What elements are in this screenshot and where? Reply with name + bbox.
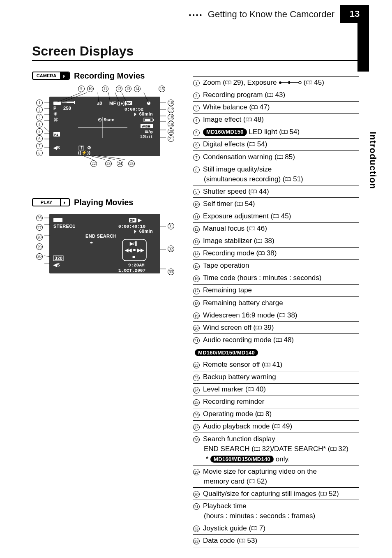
callout-number: 24 [193, 387, 200, 394]
callout-number: 30 [193, 491, 200, 498]
osd-exposure: ±0 [97, 101, 102, 106]
legend-row: 16Time code (hours : minutes : seconds) [193, 272, 359, 285]
callout-number: 21 [168, 135, 174, 142]
callout-number: 29 [193, 469, 200, 475]
callout-number: 10 [87, 86, 94, 92]
callout-number: 16 [168, 100, 174, 106]
playback-screen-mockup: SP SP ▶ STEREO1 0:00:40:10 ⏵ 60min END S… [49, 214, 160, 273]
recording-screen-svg: P 250 ±0 MF ((●)) SP 0:00:52 ⏵ 60min ☀ ⌘… [49, 97, 160, 156]
page-ref-icon [249, 226, 255, 231]
legend-row: 12Manual focus ( 46) [193, 223, 359, 235]
callout-number: 28 [36, 234, 43, 241]
play-mode-badge: PLAY ⏵ [32, 198, 70, 206]
page-ref-icon [285, 177, 291, 182]
model-pill: MD160/MD150 [203, 128, 247, 136]
page-ref-icon [274, 424, 280, 429]
osd-wide-badge: WIDE [142, 125, 151, 128]
playing-movies-heading: Playing Movies [74, 198, 134, 207]
camera-mode-badge: CAMERA ⏵ [32, 72, 70, 80]
callout-number: 18 [168, 114, 174, 120]
svg-rect-0 [53, 102, 61, 105]
svg-rect-2 [62, 102, 67, 103]
svg-rect-14 [53, 218, 62, 222]
callout-number: 9 [78, 86, 85, 92]
legend-row: 1Zoom ( 29), Exposure ( 45) [193, 76, 359, 89]
camera-badge-label: CAMERA [33, 73, 60, 78]
legend-row: 8Still image quality/size [193, 163, 359, 175]
svg-rect-56 [288, 81, 290, 84]
callout-number: 4 [36, 121, 43, 127]
callout-number: 10 [193, 201, 200, 208]
legend-subrow: (hours : minutes : seconds : frames) [193, 512, 359, 522]
osd-sp-badge: SP [126, 101, 131, 105]
legend-row: 4Image effect ( 48) [193, 114, 359, 126]
side-chapter-label: Introduction [367, 132, 378, 189]
header-dots-icon: •••• [189, 12, 203, 19]
page-ref-icon [267, 93, 273, 97]
svg-point-18 [133, 249, 136, 251]
page-header: •••• Getting to Know the Camcorder 13 [0, 5, 392, 23]
callouts-screen1-right: 161718192021 [167, 99, 175, 142]
callout-number: 11 [102, 86, 108, 92]
page-ref-icon [225, 80, 231, 85]
callout-number: 11 [193, 213, 200, 220]
callout-number: 20 [193, 325, 200, 331]
callout-number: 8 [193, 167, 200, 173]
osd-remote-icon: ⇡ [80, 145, 83, 150]
callout-number: 7 [193, 154, 200, 161]
legend-subrow: memory card ( 52) [193, 477, 359, 488]
callout-number: 4 [193, 117, 200, 124]
callout-number: 18 [193, 300, 200, 307]
legend-row: 11Exposure adjustment ( 45) [193, 210, 359, 222]
page-ref-icon [276, 338, 282, 343]
callouts-screen1-left: 12345678 [35, 99, 44, 156]
callout-number: 6 [36, 135, 43, 142]
osd-4s-left: ◀S [53, 145, 60, 150]
legend-row: 31Playback time [193, 500, 359, 512]
svg-point-54 [279, 81, 281, 84]
callout-number: 32 [193, 526, 200, 532]
osd2-end-search: END SEARCH [85, 234, 117, 238]
osd-backup-icon: ⚙ [87, 145, 91, 150]
legend-row: 24Level marker ( 40) [193, 384, 359, 396]
callout-number: 9 [193, 189, 200, 195]
svg-rect-3 [74, 101, 75, 104]
callouts-screen2-right: 313233 [167, 222, 175, 275]
callout-number: 5 [36, 128, 43, 135]
legend-row: 29Movie size for capturing video on the [193, 465, 359, 477]
osd-windscreen-icon: ≋/⌀ [145, 129, 153, 134]
callout-number: 6 [193, 142, 200, 148]
page-ref-icon [264, 362, 270, 367]
legend-row: 3White balance ( 47) [193, 102, 359, 114]
legend-note: * MD160/MD150/MD140 only. [193, 455, 359, 465]
callout-number: 16 [193, 276, 200, 282]
callout-number: 17 [193, 288, 200, 294]
callout-number: 33 [193, 538, 200, 544]
osd-effect-icon: ⌘ [53, 117, 58, 122]
osd-shutter: 250 [63, 106, 71, 111]
legend-row: 10Self timer ( 54) [193, 198, 359, 210]
callout-number: 3 [36, 114, 43, 120]
page-ref-icon [279, 313, 285, 318]
legend-row: 33Data code ( 53) [193, 535, 359, 547]
callout-number: 8 [36, 150, 43, 156]
page-ref-icon [237, 201, 243, 206]
callout-number: 19 [193, 313, 200, 319]
callout-number: 26 [193, 412, 200, 418]
callout-number: 26 [36, 215, 43, 221]
callout-number: 1 [193, 80, 200, 86]
legend-row: 30Quality/size for capturing still image… [193, 488, 359, 500]
page-ref-icon [251, 189, 257, 194]
callout-number: 32 [168, 245, 174, 252]
svg-rect-8 [145, 119, 150, 121]
osd2-size: 320 [55, 256, 62, 261]
osd-p-label: P [53, 106, 57, 111]
model-pill: MD160/MD150/MD140 [210, 456, 274, 463]
callouts-screen1-bottom: 22232425 [90, 160, 136, 167]
page-ref-icon [257, 412, 263, 417]
callout-number: 20 [168, 128, 174, 135]
callout-number: 5 [193, 130, 200, 136]
callout-number: 27 [36, 224, 43, 231]
callout-number: 22 [90, 160, 97, 167]
osd2-4s: ◀S [53, 262, 60, 267]
